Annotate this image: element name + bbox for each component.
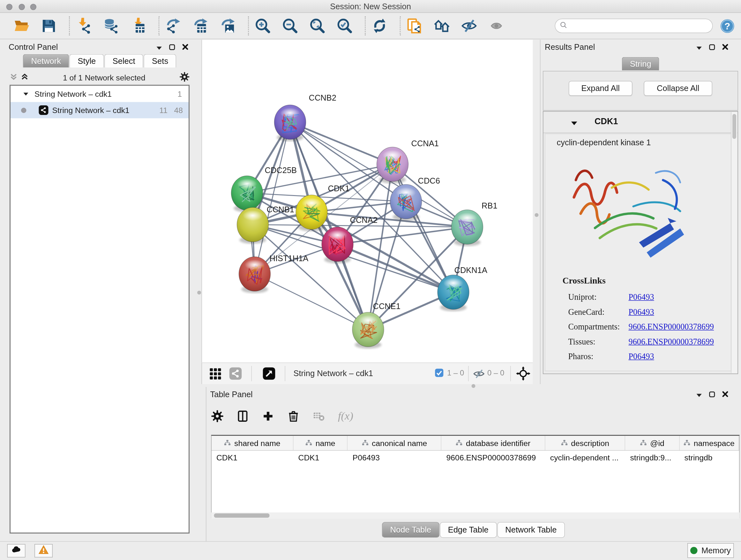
export-network-icon[interactable]	[165, 18, 182, 34]
control-panel-collapse-icon[interactable]	[156, 44, 162, 52]
network-node-RB1[interactable]	[452, 210, 483, 246]
crosslink-link[interactable]: P06493	[629, 292, 654, 302]
search-field[interactable]	[569, 20, 712, 32]
export-image-icon[interactable]	[220, 18, 236, 34]
tab-style[interactable]: Style	[70, 54, 104, 68]
table-panel-collapse-icon[interactable]	[696, 391, 702, 399]
column-header-canonicalname[interactable]: canonical name	[348, 436, 442, 450]
show-columns-icon[interactable]	[237, 410, 249, 422]
network-edge[interactable]	[338, 227, 468, 244]
network-canvas[interactable]: CCNB2CCNA1CDC25BCDK1CDC6RB1CCNB1CCNA2CDK…	[202, 40, 533, 363]
network-node-CDC25B[interactable]	[231, 176, 263, 212]
hidden-items-icon[interactable]	[473, 368, 485, 382]
memory-button[interactable]: Memory	[687, 543, 734, 558]
hide-panels-icon[interactable]	[461, 18, 477, 34]
collapse-all-button[interactable]: Collapse All	[644, 81, 713, 96]
function-builder-icon[interactable]: f(x)	[338, 410, 350, 422]
tab-network-table[interactable]: Network Table	[497, 522, 565, 538]
tab-edge-table[interactable]: Edge Table	[440, 522, 496, 538]
clone-network-icon[interactable]	[407, 18, 423, 34]
results-panel-float-icon[interactable]	[709, 44, 716, 52]
network-node-CCNB2[interactable]	[274, 105, 306, 141]
results-panel-collapse-icon[interactable]	[696, 44, 702, 52]
results-panel-close-icon[interactable]	[722, 44, 729, 52]
control-panel-float-icon[interactable]	[169, 44, 176, 52]
right-splitter-handle[interactable]	[535, 213, 539, 217]
column-header-description[interactable]: description	[545, 436, 625, 450]
column-header-namespace[interactable]: namespace	[680, 436, 739, 450]
tab-sets[interactable]: Sets	[144, 54, 177, 68]
view-network-icon[interactable]	[229, 367, 242, 382]
network-node-CCNA1[interactable]	[377, 147, 408, 184]
network-node-HIST1H1A[interactable]	[239, 257, 271, 293]
table-options-gear-icon[interactable]	[211, 410, 224, 422]
tree-expander-icon[interactable]	[23, 91, 29, 97]
crosslink-link[interactable]: P06493	[629, 352, 654, 362]
section-expander-icon[interactable]	[570, 119, 578, 128]
crosslink-link[interactable]: P06493	[629, 307, 654, 317]
tab-node-table[interactable]: Node Table	[382, 522, 440, 538]
result-section-header[interactable]: CDK1	[543, 112, 738, 133]
view-grid-icon[interactable]	[209, 367, 222, 382]
network-node-CCNB1[interactable]	[237, 207, 269, 244]
network-overview-icon[interactable]	[434, 18, 450, 34]
network-edge[interactable]	[338, 244, 454, 292]
table-horizontal-scrollbar[interactable]	[211, 512, 740, 519]
expand-all-networks-icon[interactable]	[21, 72, 29, 83]
zoom-selected-icon[interactable]	[337, 18, 353, 34]
import-table-icon[interactable]	[130, 18, 146, 34]
left-splitter-handle[interactable]	[197, 291, 201, 295]
crosslink-row: Tissues:9606.ENSP00000378699	[568, 337, 596, 347]
network-tree-row[interactable]: String Network – cdk11148	[10, 102, 189, 118]
network-node-CDKN1A[interactable]	[437, 275, 469, 311]
show-panels-icon[interactable]	[488, 18, 504, 34]
network-node-CCNE1[interactable]	[352, 312, 384, 349]
selected-checkbox[interactable]	[434, 368, 444, 380]
column-header-name[interactable]: name	[293, 436, 348, 450]
fit-selection-crosshair-icon[interactable]	[516, 367, 530, 383]
table-panel-close-icon[interactable]	[722, 391, 729, 399]
network-node-CCNA2[interactable]	[322, 227, 353, 263]
save-session-icon[interactable]	[41, 18, 57, 34]
node-table[interactable]: shared namenamecanonical namedatabase id…	[211, 435, 740, 518]
network-graph[interactable]: CCNB2CCNA1CDC25BCDK1CDC6RB1CCNB1CCNA2CDK…	[202, 40, 533, 363]
crosslink-link[interactable]: 9606.ENSP00000378699	[629, 337, 714, 347]
tab-string[interactable]: String	[622, 57, 660, 71]
search-input[interactable]	[555, 19, 713, 33]
network-tree-row[interactable]: String Network – cdk11	[10, 86, 189, 102]
import-database-icon[interactable]	[103, 18, 119, 34]
add-column-icon[interactable]	[262, 410, 274, 422]
export-table-icon[interactable]	[192, 18, 209, 34]
network-options-gear-icon[interactable]	[180, 71, 190, 84]
table-row[interactable]: CDK1CDK1P064939606.ENSP00000378699cyclin…	[212, 451, 739, 465]
birdseye-view-button[interactable]	[262, 367, 276, 382]
expand-all-button[interactable]: Expand All	[569, 81, 632, 96]
network-node-CDK1[interactable]	[296, 195, 327, 232]
table-panel-float-icon[interactable]	[709, 391, 716, 399]
delete-column-icon[interactable]	[287, 410, 300, 422]
zoom-out-icon[interactable]	[282, 18, 298, 34]
help-button[interactable]: ?	[720, 18, 735, 34]
delete-table-icon[interactable]	[313, 410, 325, 422]
bottom-splitter-handle[interactable]	[472, 384, 475, 388]
column-header-id[interactable]: @id	[625, 436, 679, 450]
zoom-in-icon[interactable]	[255, 18, 271, 34]
results-scrollbar[interactable]	[731, 112, 738, 373]
cloud-button[interactable]	[7, 544, 25, 557]
tab-select[interactable]: Select	[105, 54, 143, 68]
crosslink-link[interactable]: 9606.ENSP00000378699	[629, 322, 714, 332]
column-header-databaseidentifier[interactable]: database identifier	[442, 436, 545, 450]
zoom-fit-icon[interactable]	[309, 18, 326, 34]
import-network-icon[interactable]	[76, 18, 92, 34]
column-header-sharedname[interactable]: shared name	[212, 436, 293, 450]
network-edge[interactable]	[253, 225, 467, 227]
network-node-CDC6[interactable]	[390, 185, 422, 221]
collapse-all-networks-icon[interactable]	[10, 72, 18, 83]
warnings-button[interactable]	[35, 544, 53, 557]
control-panel-close-icon[interactable]	[182, 44, 189, 52]
crosslink-row: Compartments:9606.ENSP00000378699	[568, 322, 620, 332]
open-session-icon[interactable]	[13, 18, 30, 34]
tab-network[interactable]: Network	[23, 54, 69, 68]
refresh-icon[interactable]	[372, 18, 388, 34]
column-header-label: description	[571, 438, 609, 448]
